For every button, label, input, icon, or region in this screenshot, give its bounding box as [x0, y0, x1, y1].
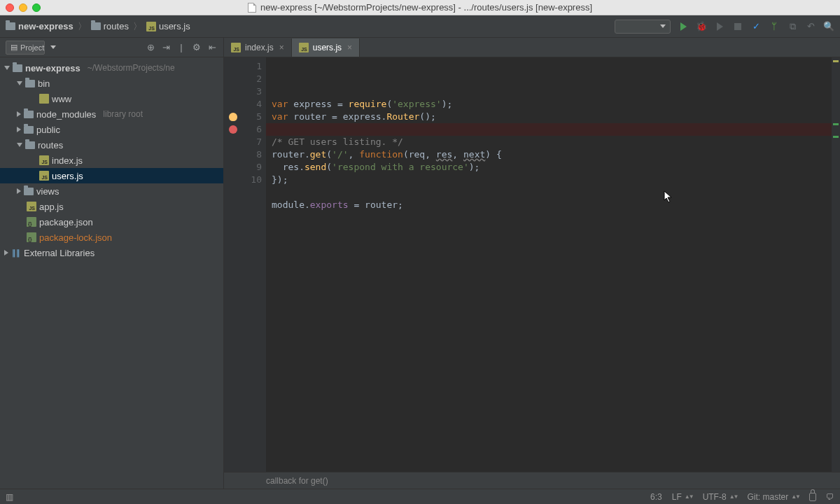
chevron-down-icon	[17, 143, 22, 147]
editor-breadcrumb-label: callback for get()	[266, 476, 328, 486]
debug-button[interactable]: 🐞	[696, 21, 707, 32]
project-view-dropdown[interactable]: ▤ Project	[6, 41, 45, 55]
tree-item-package-json[interactable]: {}package.json	[0, 214, 223, 230]
tree-item-label: users.js	[52, 171, 83, 181]
tree-item-public[interactable]: public	[0, 122, 223, 137]
undo-button[interactable]: ↶	[805, 21, 816, 32]
maximize-icon[interactable]	[32, 4, 41, 12]
breadcrumb-file[interactable]: JS users.js	[146, 21, 190, 31]
project-sidebar: ▤ Project ⊕ ⇥ | ⚙ ⇤ new-express ~/Websto…	[0, 38, 224, 489]
sidebar-header: ▤ Project ⊕ ⇥ | ⚙ ⇤	[0, 38, 223, 57]
editor-breadcrumb[interactable]: callback for get()	[224, 472, 840, 489]
js-file-icon: JS	[146, 22, 156, 31]
tree-item-label: routes	[38, 140, 63, 150]
chevron-right-icon: 〉	[78, 20, 87, 33]
tree-item-node_modules[interactable]: node_moduleslibrary root	[0, 106, 223, 122]
file-icon	[39, 94, 49, 104]
breadcrumb: new-express 〉 routes 〉 JS users.js	[6, 20, 190, 33]
chevron-down-icon	[660, 24, 666, 28]
close-icon[interactable]: ×	[279, 43, 284, 52]
tree-item-www[interactable]: www	[0, 91, 223, 106]
bulb-icon[interactable]	[229, 113, 237, 121]
tool-windows-icon[interactable]: ▥	[6, 492, 13, 502]
titlebar: new-express [~/WebstormProjects/new-expr…	[0, 0, 840, 15]
run-button[interactable]	[678, 21, 689, 32]
external-libraries-label: External Libraries	[24, 248, 94, 258]
search-button[interactable]: 🔍	[823, 21, 834, 32]
collapse-icon[interactable]: ⇥	[160, 42, 172, 53]
external-libraries[interactable]: ∥∥ External Libraries	[0, 245, 223, 260]
tab-users-js[interactable]: JSusers.js×	[292, 38, 360, 57]
commit-button[interactable]: ⧉	[787, 21, 798, 32]
code-area[interactable]: var express = require('express'); var ro…	[266, 57, 832, 472]
close-icon[interactable]	[6, 4, 14, 12]
tree-item-label: package-lock.json	[39, 232, 112, 243]
tree-item-label: package.json	[39, 217, 93, 227]
breakpoint-icon[interactable]	[229, 125, 237, 134]
chevron-right-icon	[17, 127, 21, 132]
folder-icon	[24, 188, 34, 195]
tree-item-meta: library root	[103, 109, 143, 119]
js-file-icon: JS	[231, 43, 241, 52]
library-icon: ∥∥	[11, 248, 21, 258]
tree-root-name: new-express	[25, 63, 80, 74]
editor: JSindex.js×JSusers.js× 12345678910 var e…	[224, 38, 840, 489]
gutter[interactable]: 12345678910	[224, 57, 266, 472]
settings-separator: |	[176, 42, 187, 53]
tree-item-users-js[interactable]: JSusers.js	[0, 168, 223, 183]
chevron-down-icon	[4, 66, 10, 70]
close-icon[interactable]: ×	[347, 43, 352, 52]
editor-tabbar: JSindex.js×JSusers.js×	[224, 38, 840, 57]
minimize-icon[interactable]	[19, 4, 27, 12]
tree-item-label: app.js	[39, 202, 64, 212]
folder-icon	[24, 111, 34, 118]
locate-icon[interactable]: ⊕	[145, 42, 156, 53]
json-file-icon: {}	[27, 217, 36, 227]
tree-root-path: ~/WebstormProjects/ne	[88, 63, 175, 73]
tree-root[interactable]: new-express ~/WebstormProjects/ne	[0, 60, 223, 76]
line-separator[interactable]: LF▲▼	[672, 492, 693, 502]
update-button[interactable]: ✓	[750, 21, 762, 32]
folder-icon	[25, 141, 35, 149]
run-config-dropdown[interactable]	[615, 20, 671, 34]
tree-item-app-js[interactable]: JSapp.js	[0, 199, 223, 214]
folder-icon	[13, 64, 22, 72]
error-stripe[interactable]	[832, 57, 840, 472]
tree-item-views[interactable]: views	[0, 183, 223, 199]
tree-item-bin[interactable]: bin	[0, 76, 223, 91]
breadcrumb-project[interactable]: new-express	[6, 21, 74, 31]
folder-icon	[24, 126, 34, 134]
vcs-button[interactable]: ᛘ	[769, 21, 780, 32]
lock-icon	[809, 493, 816, 501]
readonly-toggle[interactable]	[809, 493, 816, 501]
tree-item-label: node_modules	[36, 109, 96, 120]
file-encoding[interactable]: UTF-8▲▼	[703, 492, 738, 502]
stop-button[interactable]	[732, 21, 743, 32]
breadcrumb-project-label: new-express	[18, 21, 74, 31]
tab-index-js[interactable]: JSindex.js×	[224, 38, 292, 57]
chevron-right-icon: 〉	[133, 20, 142, 33]
js-file-icon: JS	[39, 171, 49, 181]
gear-icon[interactable]: ⚙	[191, 42, 202, 53]
chevron-right-icon	[4, 250, 8, 255]
tree-item-label: views	[36, 186, 59, 197]
breadcrumb-folder-label: routes	[104, 21, 129, 31]
folder-icon	[91, 22, 101, 30]
chevron-down-icon	[17, 81, 22, 85]
tree-item-routes[interactable]: routes	[0, 137, 223, 153]
folder-icon	[25, 80, 35, 88]
chevron-right-icon	[17, 188, 21, 194]
js-file-icon: JS	[27, 202, 36, 211]
cursor-position[interactable]: 6:3	[650, 492, 662, 502]
project-tree[interactable]: new-express ~/WebstormProjects/ne binwww…	[0, 57, 223, 489]
tree-item-package-lock-json[interactable]: {}package-lock.json	[0, 230, 223, 245]
breadcrumb-folder[interactable]: routes	[91, 21, 129, 31]
window-controls	[6, 4, 41, 12]
line-numbers: 12345678910	[242, 57, 266, 472]
hide-icon[interactable]: ⇤	[206, 42, 218, 53]
git-branch[interactable]: Git: master▲▼	[747, 492, 799, 502]
coverage-button[interactable]	[714, 21, 725, 32]
tree-item-index-js[interactable]: JSindex.js	[0, 153, 223, 168]
notifications-icon[interactable]: 🗩	[826, 492, 834, 502]
tree-item-label: public	[36, 125, 60, 135]
